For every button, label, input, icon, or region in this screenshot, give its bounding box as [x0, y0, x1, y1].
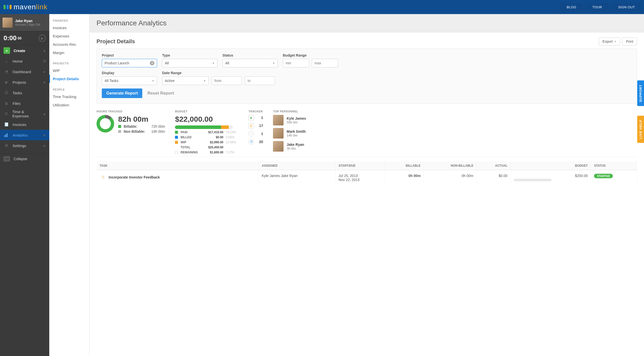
th-assigned[interactable]: ASSIGNED [259, 161, 336, 170]
gauge-icon: ◔ [4, 69, 9, 74]
subnav-invoices[interactable]: Invoices [49, 24, 89, 32]
nav-projects[interactable]: ◈Projects▶ [0, 77, 49, 87]
hours-tracked-block: HOURS TRACKED 82h 00m Billable:72h 00m N… [97, 110, 165, 154]
remaining-amount: $1,600.00 [203, 151, 223, 154]
nonbillable-value: 10h 00m [151, 129, 165, 134]
generate-report-button[interactable]: Generate Report [102, 88, 142, 98]
type-select[interactable]: All▼ [162, 59, 217, 67]
nav-home[interactable]: ⌂Home [0, 56, 49, 66]
budget-min-input[interactable] [286, 61, 306, 65]
blog-button[interactable]: BLOG [560, 3, 583, 12]
daterange-value: Active [165, 79, 174, 83]
status-label: Status [222, 53, 278, 57]
budget-bar-chart [175, 125, 233, 129]
budget-progress-bar [514, 179, 551, 181]
th-task[interactable]: TASK [97, 161, 259, 170]
type-label: Type [162, 53, 217, 57]
legend-billable-icon [118, 125, 121, 128]
date-from-input[interactable] [214, 79, 239, 83]
play-icon[interactable]: ▶ [39, 35, 46, 42]
type-value: All [165, 61, 169, 65]
livehelp-tab[interactable]: LIVE HELP [637, 116, 644, 143]
tracker-val-c: 1 [257, 132, 263, 136]
nav-label: Create [14, 49, 25, 53]
svg-rect-1 [6, 134, 6, 137]
cell-assigned: Kyle James Jake Ryan [259, 170, 336, 186]
nav-label: Time & Expenses [12, 110, 40, 118]
table-row[interactable]: 🗒Incorporate Investor Feedback Kyle Jame… [97, 170, 637, 186]
project-input[interactable]: Product Launch ✕ [102, 59, 157, 67]
task-icon: 🗒 [100, 174, 107, 181]
th-actual[interactable]: ACTUAL [477, 161, 511, 170]
th-status[interactable]: STATUS [591, 161, 637, 170]
nav-analytics[interactable]: Analytics▶ [0, 130, 49, 140]
print-button[interactable]: Print [622, 37, 637, 46]
nav-tasks[interactable]: ☑Tasks [0, 87, 49, 98]
chevron-right-icon: ▶ [44, 144, 46, 147]
subnav-margin[interactable]: Margin [49, 49, 89, 57]
chevron-down-icon: ▼ [212, 62, 215, 65]
personnel-row: Jake Ryan3h 0m [273, 141, 306, 152]
collapse-button[interactable]: <<Collapse [0, 153, 49, 164]
timer-sub: 00 [18, 36, 22, 40]
nav-invoices[interactable]: 🧾Invoices [0, 119, 49, 130]
reset-report-button[interactable]: Reset Report [147, 91, 174, 96]
invoice-icon: 🧾 [4, 122, 9, 127]
personnel-block: TOP PERSONNEL Kyle James55h 0m Mark Smit… [273, 110, 306, 154]
th-billable[interactable]: BILLABLE [385, 161, 424, 170]
remaining-label: REMAINING [180, 151, 201, 154]
tour-button[interactable]: TOUR [585, 3, 609, 12]
nav-label: Projects [13, 80, 26, 84]
avatar [273, 115, 284, 125]
export-button[interactable]: Export▼ [599, 37, 620, 46]
nav-dashboard[interactable]: ◔Dashboard▶ [0, 66, 49, 77]
user-block[interactable]: Jake Ryan Account | Sign Out [0, 14, 49, 31]
personnel-hours: 55h 0m [287, 120, 306, 124]
gear-icon: ⚙ [4, 143, 9, 148]
wip-pct: 13.59% [226, 141, 238, 144]
user-links[interactable]: Account | Sign Out [15, 23, 40, 26]
nav-time-expenses[interactable]: ⏱Time & Expenses▶ [0, 109, 49, 119]
subnav-time-tracking[interactable]: Time Tracking [49, 93, 89, 101]
cell-startdue: Jul 25, 2013 Nov 22, 2013 [335, 170, 385, 186]
logo[interactable]: mavenlink [2, 3, 48, 11]
summary-row: HOURS TRACKED 82h 00m Billable:72h 00m N… [97, 104, 637, 157]
th-nonbillable[interactable]: NON-BILLABLE [424, 161, 477, 170]
date-to-input[interactable] [248, 79, 272, 83]
subnav-accounts-rec[interactable]: Accounts Rec. [49, 40, 89, 49]
subnav-utilization[interactable]: Utilization [49, 101, 89, 109]
status-select[interactable]: All▼ [222, 59, 278, 67]
legend-billed-icon [175, 136, 178, 139]
daterange-select[interactable]: Active▼ [162, 76, 209, 85]
subnav-wip[interactable]: WIP [49, 66, 89, 75]
tracker-val-b: 17 [257, 124, 263, 128]
paid-amount: $17,410.00 [203, 130, 223, 134]
billed-pct: 0.00% [226, 136, 238, 139]
total-amount: $20,400.00 [203, 146, 223, 149]
support-tab[interactable]: SUPPORT [637, 80, 644, 106]
th-budget[interactable]: BUDGET [511, 161, 591, 170]
nav-files[interactable]: 🗎Files [0, 98, 49, 109]
files-icon: 🗎 [4, 101, 9, 106]
nav-create[interactable]: + Create ▶ [0, 45, 49, 56]
nav-settings[interactable]: ⚙Settings▶ [0, 140, 49, 151]
signout-button[interactable]: SIGN OUT [611, 3, 642, 12]
budget-max-input[interactable] [314, 61, 335, 65]
display-select[interactable]: All Tasks▼ [102, 76, 157, 85]
timer-main: 0:00 [4, 34, 17, 42]
projects-icon: ◈ [4, 80, 9, 84]
chevron-right-icon: ▶ [44, 113, 46, 115]
subnav-expenses[interactable]: Expenses [49, 32, 89, 40]
nav-label: Tasks [13, 91, 22, 95]
subnav-project-details[interactable]: Project Details [49, 75, 89, 83]
billed-amount: $0.00 [203, 136, 223, 139]
export-label: Export [603, 39, 613, 43]
chevron-right-icon: ▶ [44, 134, 46, 137]
chart-icon [4, 133, 9, 137]
budget-range-label: Budget Range [283, 53, 338, 57]
personnel-name: Kyle James [287, 116, 306, 120]
tasks-icon: ☑ [4, 91, 9, 95]
nav-label: Files [13, 101, 21, 106]
th-startdue[interactable]: START/DUE [335, 161, 385, 170]
clear-icon[interactable]: ✕ [150, 61, 154, 65]
